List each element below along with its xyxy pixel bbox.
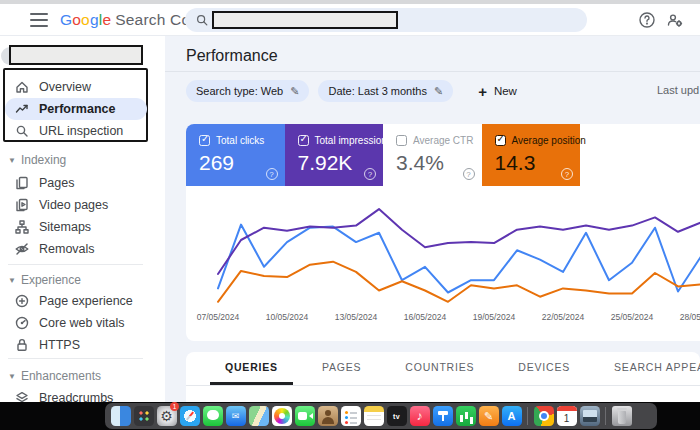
google-wordmark: Google <box>60 11 111 28</box>
contacts-icon <box>318 406 338 426</box>
search-type-chip[interactable]: Search type: Web✎ <box>186 80 309 102</box>
dock-app-numbers[interactable] <box>454 404 477 428</box>
dock-app-settings[interactable]: ⚙1 <box>155 404 178 428</box>
edit-pencil-icon: ✎ <box>434 85 443 98</box>
picture-icon <box>580 406 600 426</box>
dock-app-reminders[interactable] <box>339 404 362 428</box>
sidebar-divider <box>8 358 143 359</box>
dock-app-tv[interactable]: tv <box>385 404 408 428</box>
sidebar-section-experience[interactable]: ▼Experience <box>0 271 81 289</box>
checkbox-icon[interactable] <box>298 135 309 146</box>
mail-icon: ✉ <box>226 406 246 426</box>
sidebar-item-label: Breadcrumbs <box>39 391 113 402</box>
tab-search-appearance[interactable]: SEARCH APPEARANCE <box>599 352 700 385</box>
dock-separator <box>527 407 528 425</box>
sidebar-item-https[interactable]: HTTPS <box>0 334 152 356</box>
help-circle-icon[interactable] <box>266 168 278 180</box>
checkbox-icon[interactable] <box>199 135 210 146</box>
metric-tile-average-position[interactable]: Average position 14.3 <box>482 124 581 186</box>
edit-pencil-icon: ✎ <box>290 85 299 98</box>
tab-devices[interactable]: DEVICES <box>503 352 585 385</box>
metric-value: 269 <box>199 151 234 175</box>
dock-app-photos[interactable] <box>270 404 293 428</box>
sidebar-section-enhancements[interactable]: ▼Enhancements <box>0 367 101 385</box>
dock-app-contacts[interactable] <box>316 404 339 428</box>
dock-app-mail[interactable]: ✉ <box>224 404 247 428</box>
sidebar-item-sitemaps[interactable]: Sitemaps <box>0 216 152 238</box>
sidebar-item-overview[interactable]: Overview <box>0 76 152 98</box>
metric-tile-average-ctr[interactable]: Average CTR 3.4% <box>383 124 482 186</box>
sidebar-item-core-web-vitals[interactable]: Core web vitals <box>0 312 152 334</box>
sidebar-item-breadcrumbs[interactable]: Breadcrumbs <box>0 387 152 402</box>
search-icon <box>195 13 209 27</box>
dock-app-messages[interactable] <box>201 404 224 428</box>
sidebar-item-label: URL inspection <box>39 124 123 138</box>
help-icon[interactable] <box>638 11 656 29</box>
performance-card: Total clicks 269 Total impressions 7.92K… <box>186 124 700 341</box>
help-circle-icon[interactable] <box>364 168 376 180</box>
sidebar-item-removals[interactable]: Removals <box>0 238 152 260</box>
date-range-chip[interactable]: Date: Last 3 months✎ <box>318 80 453 102</box>
section-title: Experience <box>21 273 81 287</box>
property-selector-redaction-box[interactable] <box>9 45 143 65</box>
page-title: Performance <box>186 47 278 65</box>
help-circle-icon[interactable] <box>561 168 573 180</box>
reminders-icon <box>341 406 361 426</box>
dock-app-pages[interactable]: ✎ <box>477 404 500 428</box>
messages-icon <box>203 406 223 426</box>
checkbox-icon[interactable] <box>495 135 506 146</box>
dock-app-picture[interactable] <box>578 404 601 428</box>
dock-app-safari[interactable] <box>178 404 201 428</box>
user-settings-icon[interactable] <box>666 11 684 29</box>
section-title: Enhancements <box>21 369 101 383</box>
sidebar-item-url-inspection[interactable]: URL inspection <box>0 120 152 142</box>
keynote-icon <box>433 406 453 426</box>
metric-tile-total-clicks[interactable]: Total clicks 269 <box>186 124 285 186</box>
performance-chart[interactable]: 07/05/202410/05/202413/05/202416/05/2024… <box>186 186 700 341</box>
sidebar-item-label: Page experience <box>39 294 133 308</box>
photos-icon <box>272 406 292 426</box>
notes-icon <box>364 406 384 426</box>
macos-dock: ⚙1✉tv♪✎A1 <box>105 403 657 429</box>
sidebar-section-indexing[interactable]: ▼Indexing <box>0 151 66 169</box>
dock-app-maps[interactable] <box>247 404 270 428</box>
dock-app-launchpad[interactable] <box>132 404 155 428</box>
finder-icon <box>111 406 131 426</box>
sidebar-item-performance[interactable]: Performance <box>5 98 147 120</box>
pages-icon: ✎ <box>479 406 499 426</box>
sidebar-item-pages[interactable]: Pages <box>0 172 152 194</box>
dock-app-finder[interactable] <box>109 404 132 428</box>
hamburger-menu-icon[interactable] <box>30 13 48 27</box>
launchpad-icon <box>134 406 154 426</box>
dock-app-keynote[interactable] <box>431 404 454 428</box>
checkbox-icon[interactable] <box>396 135 407 146</box>
dock-app-appstore[interactable]: A <box>500 404 523 428</box>
dock-app-chrome[interactable] <box>532 404 555 428</box>
dock-app-notes[interactable] <box>362 404 385 428</box>
chevron-down-icon: ▼ <box>8 372 16 381</box>
dock-app-facetime[interactable] <box>293 404 316 428</box>
plus-icon: + <box>478 83 487 100</box>
x-axis-label: 19/05/2024 <box>473 312 516 322</box>
tab-countries[interactable]: COUNTRIES <box>390 352 489 385</box>
page-experience-icon <box>14 293 30 309</box>
desktop-background: ⚙1✉tv♪✎A1 <box>0 402 700 430</box>
help-circle-icon[interactable] <box>463 168 475 180</box>
search-bar[interactable] <box>185 8 587 32</box>
search-input-redaction-box[interactable] <box>212 11 398 29</box>
dock-separator <box>605 407 606 425</box>
dock-app-calendar[interactable]: 1 <box>555 404 578 428</box>
dock-app-trash[interactable] <box>610 404 633 428</box>
calendar-icon: 1 <box>557 406 577 426</box>
dock-app-music[interactable]: ♪ <box>408 404 431 428</box>
sidebar: OverviewPerformanceURL inspection ▼Index… <box>0 36 165 402</box>
tab-queries[interactable]: QUERIES <box>210 352 293 385</box>
tab-pages[interactable]: PAGES <box>307 352 376 385</box>
metric-tile-total-impressions[interactable]: Total impressions 7.92K <box>285 124 384 186</box>
sidebar-item-label: Sitemaps <box>39 220 91 234</box>
chart-line-total-clicks <box>218 225 700 293</box>
sidebar-item-page-experience[interactable]: Page experience <box>0 290 152 312</box>
sidebar-item-video-pages[interactable]: Video pages <box>0 194 152 216</box>
metric-value: 14.3 <box>495 151 536 175</box>
new-filter-button[interactable]: +New <box>478 83 517 100</box>
